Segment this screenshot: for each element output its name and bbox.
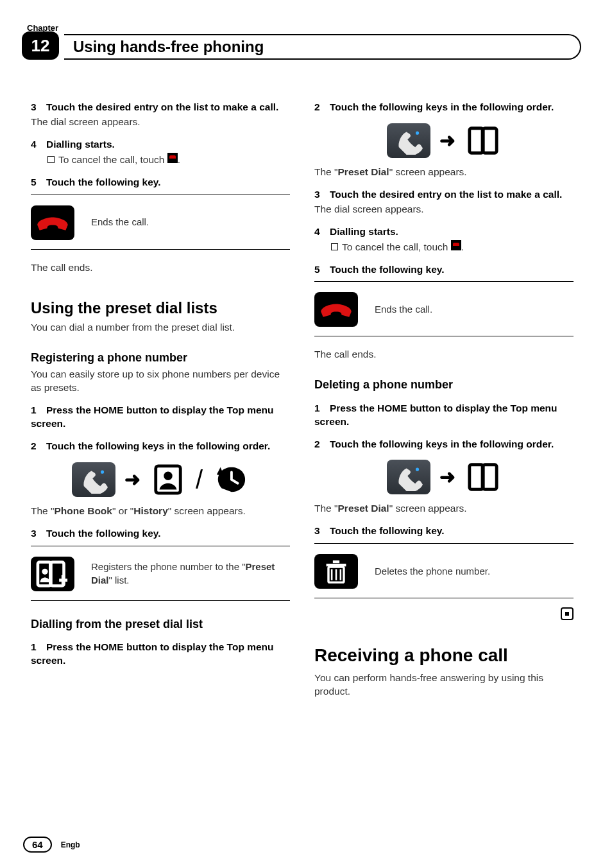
step-number: 3 [31, 527, 46, 541]
key-row-end-call: Ends the call. [31, 202, 290, 244]
phonebook-history-text: The "Phone Book" or "History" screen app… [31, 505, 290, 518]
arrow-icon: ➜ [439, 464, 455, 490]
step-5: 5Touch the following key. [314, 263, 574, 277]
text: " screen appears. [389, 503, 467, 514]
step-2: 2Touch the following keys in the followi… [314, 101, 574, 114]
text-bold: Preset Dial [338, 166, 389, 177]
body-text: The call ends. [31, 261, 290, 275]
note-text: To cancel the call, touch [58, 154, 167, 165]
phone-menu-icon [387, 123, 430, 158]
preset-dial-icon [464, 460, 502, 494]
text: The " [314, 166, 338, 177]
step-3: 3Touch the desired entry on the list to … [314, 188, 574, 202]
arrow-icon: ➜ [439, 128, 455, 154]
text: " screen appears. [389, 166, 467, 177]
note-cancel: To cancel the call, touch . [331, 240, 574, 254]
step-text: Dialling starts. [330, 226, 398, 237]
step-text: Touch the desired entry on the list to m… [46, 101, 278, 112]
step-number: 4 [31, 138, 46, 152]
note-cancel: To cancel the call, touch . [47, 153, 290, 167]
step-text: Touch the following keys in the followin… [330, 438, 554, 449]
section-end-mark [314, 606, 574, 620]
body-text: The dial screen appears. [31, 116, 290, 129]
key-desc: Deletes the phone number. [375, 565, 574, 578]
preset-dial-text: The "Preset Dial" screen appears. [314, 502, 574, 516]
step-3: 3Touch the following key. [31, 527, 290, 541]
icon-sequence: ➜ / [31, 462, 290, 497]
step-number: 3 [314, 525, 330, 538]
chapter-label: Chapter [27, 23, 581, 33]
text-bold: Preset Dial [338, 503, 389, 514]
step-text: Press the HOME button to display the Top… [31, 404, 274, 429]
divider [31, 546, 290, 546]
body-text: The dial screen appears. [314, 203, 574, 216]
divider [314, 543, 574, 544]
hangup-icon [167, 153, 178, 163]
phone-menu-icon [72, 462, 115, 497]
icon-sequence: ➜ [314, 123, 574, 158]
text: The " [314, 503, 338, 514]
step-text: Touch the desired entry on the list to m… [330, 189, 562, 200]
step-text: Press the HOME button to display the Top… [31, 641, 274, 666]
step-number: 3 [31, 101, 46, 114]
divider [314, 598, 574, 598]
step-number: 4 [314, 225, 330, 239]
header-title-wrap: Using hands-free phoning [64, 34, 581, 60]
text: Registers the phone number to the " [91, 561, 245, 572]
chapter-number-badge: 12 [22, 31, 59, 60]
text-bold: History [133, 505, 167, 516]
text: " screen appears. [168, 505, 246, 516]
divider [314, 336, 574, 336]
register-key-icon [31, 557, 74, 591]
step-number: 2 [314, 438, 330, 451]
page-number: 64 [23, 837, 52, 853]
step-2: 2Touch the following keys in the followi… [314, 438, 574, 451]
key-desc: Ends the call. [375, 303, 574, 316]
body-text: You can dial a number from the preset di… [31, 321, 290, 334]
step-text: Touch the following keys in the followin… [330, 101, 554, 112]
divider [31, 249, 290, 250]
heading-register: Registering a phone number [31, 350, 290, 365]
contacts-icon [149, 462, 187, 497]
heading-delete: Deleting a phone number [314, 377, 574, 392]
step-2: 2Touch the following keys in the followi… [31, 440, 290, 453]
step-number: 2 [31, 440, 46, 453]
step-text: Dialling starts. [46, 139, 115, 150]
heading-dialling: Dialling from the preset dial list [31, 616, 290, 632]
divider [314, 281, 574, 282]
step-number: 5 [314, 263, 330, 277]
step-1: 1Press the HOME button to display the To… [31, 404, 290, 431]
body-text: You can perform hands-free answering by … [314, 672, 574, 699]
slash-icon: / [196, 467, 203, 492]
step-number: 2 [314, 101, 330, 114]
right-column: 2Touch the following keys in the followi… [314, 92, 574, 699]
key-row-register: Registers the phone number to the "Prese… [31, 553, 290, 595]
key-desc: Ends the call. [91, 216, 290, 229]
step-3: 3Touch the desired entry on the list to … [31, 101, 290, 114]
note-icon [47, 156, 55, 163]
hangup-key-icon [314, 292, 358, 327]
divider [31, 195, 290, 195]
step-5: 5Touch the following key. [31, 176, 290, 189]
step-number: 1 [31, 404, 46, 417]
history-icon [212, 462, 249, 497]
step-4: 4Dialling starts. [31, 138, 290, 152]
step-1: 1Press the HOME button to display the To… [314, 402, 574, 429]
note-icon [331, 243, 338, 250]
step-3: 3Touch the following key. [314, 525, 574, 538]
page-footer: 64 Engb [23, 837, 80, 853]
step-number: 3 [314, 188, 330, 202]
step-number: 5 [31, 176, 46, 189]
step-text: Touch the following key. [46, 528, 161, 539]
preset-dial-icon [464, 123, 502, 158]
page-title: Using hands-free phoning [73, 38, 264, 56]
step-number: 1 [31, 641, 46, 654]
text: The " [31, 505, 55, 516]
text: " or " [112, 505, 133, 516]
left-column: 3Touch the desired entry on the list to … [31, 92, 290, 699]
text: " list. [109, 575, 130, 586]
step-text: Touch the following key. [46, 177, 161, 187]
arrow-icon: ➜ [124, 467, 140, 493]
step-text: Touch the following keys in the followin… [46, 440, 270, 451]
text-bold: Phone Book [55, 505, 112, 516]
